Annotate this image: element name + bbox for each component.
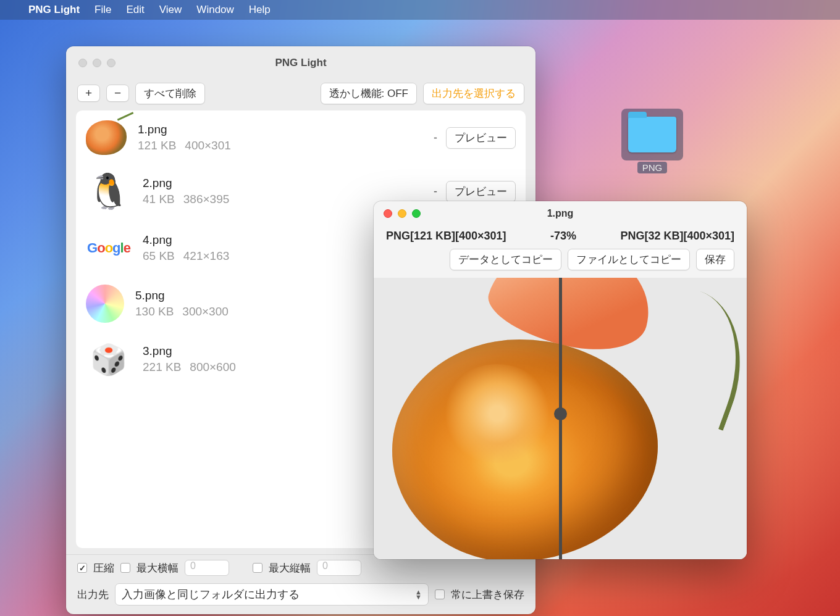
desktop-folder-png[interactable]: PNG — [618, 109, 687, 173]
max-height-label: 最大縦幅 — [269, 561, 311, 575]
bottom-options: 圧縮 最大横幅 0 最大縦幅 0 出力先 入力画像と同じフォルダに出力する ▲▼… — [66, 554, 536, 614]
choose-output-button[interactable]: 出力先を選択する — [423, 83, 524, 104]
preview-canvas — [374, 278, 747, 559]
folder-label: PNG — [637, 162, 668, 173]
file-meta: 121 KB400×301 — [138, 139, 422, 152]
compare-slider-handle[interactable] — [554, 407, 567, 420]
menu-edit[interactable]: Edit — [127, 4, 145, 16]
folder-icon — [621, 109, 683, 160]
overwrite-label: 常に上書き保存 — [451, 588, 524, 602]
thumbnail-icon — [86, 285, 124, 323]
original-info: PNG[121 KB][400×301] — [386, 230, 506, 243]
add-button[interactable]: + — [77, 85, 100, 102]
preview-button[interactable]: プレビュー — [446, 181, 516, 202]
output-select[interactable]: 入力画像と同じフォルダに出力する ▲▼ — [115, 583, 429, 606]
status-text: - — [434, 185, 437, 198]
preview-title: 1.png — [374, 208, 747, 219]
toolbar: + − すべて削除 透かし機能: OFF 出力先を選択する — [66, 80, 536, 107]
status-text: - — [434, 131, 437, 144]
clear-all-button[interactable]: すべて削除 — [135, 83, 205, 104]
menubar: PNG Light File Edit View Window Help — [0, 0, 840, 20]
preview-window: 1.png PNG[121 KB][400×301] -73% PNG[32 K… — [374, 201, 747, 559]
max-width-input[interactable]: 0 — [185, 560, 229, 576]
app-menu[interactable]: PNG Light — [28, 4, 80, 16]
file-row[interactable]: 1.png 121 KB400×301 - プレビュー — [76, 114, 526, 165]
output-label: 出力先 — [77, 588, 109, 602]
chevron-updown-icon: ▲▼ — [415, 589, 422, 599]
menu-file[interactable]: File — [94, 4, 111, 16]
thumbnail-icon — [86, 171, 132, 212]
preview-info-bar: PNG[121 KB][400×301] -73% PNG[32 KB][400… — [374, 226, 747, 244]
preview-actions: データとしてコピー ファイルとしてコピー 保存 — [374, 244, 747, 278]
thumbnail-icon: Google — [86, 228, 132, 268]
overwrite-checkbox[interactable] — [435, 589, 445, 599]
compressed-info: PNG[32 KB][400×301] — [620, 230, 734, 243]
max-height-checkbox[interactable] — [253, 563, 262, 573]
copy-as-file-button[interactable]: ファイルとしてコピー — [568, 249, 690, 270]
compress-label: 圧縮 — [93, 561, 114, 575]
reduction-percent: -73% — [550, 230, 576, 243]
max-height-input[interactable]: 0 — [317, 560, 361, 576]
menu-help[interactable]: Help — [249, 4, 271, 16]
max-width-checkbox[interactable] — [120, 563, 130, 573]
remove-button[interactable]: − — [106, 85, 129, 102]
menu-window[interactable]: Window — [196, 4, 233, 16]
compress-checkbox[interactable] — [77, 563, 87, 573]
copy-as-data-button[interactable]: データとしてコピー — [450, 249, 561, 270]
file-name: 2.png — [143, 177, 422, 190]
menu-view[interactable]: View — [159, 4, 182, 16]
preview-titlebar[interactable]: 1.png — [374, 201, 747, 226]
file-name: 1.png — [138, 123, 422, 136]
max-width-label: 最大横幅 — [136, 561, 178, 575]
watermark-toggle[interactable]: 透かし機能: OFF — [321, 83, 417, 104]
thumbnail-icon — [86, 120, 127, 155]
preview-button[interactable]: プレビュー — [446, 127, 516, 149]
save-button[interactable]: 保存 — [696, 249, 734, 270]
titlebar[interactable]: PNG Light — [66, 46, 536, 80]
window-title: PNG Light — [66, 57, 536, 69]
thumbnail-icon — [86, 339, 132, 380]
